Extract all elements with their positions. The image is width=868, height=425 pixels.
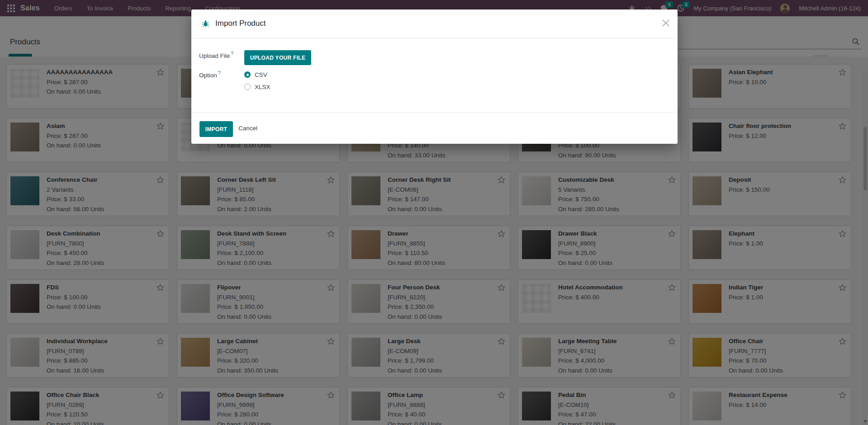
import-button[interactable]: IMPORT: [199, 121, 233, 137]
help-question-icon[interactable]: ?: [231, 51, 233, 56]
close-icon[interactable]: [660, 18, 671, 28]
dialog-footer: IMPORT Cancel: [191, 112, 678, 144]
upload-file-label-text: Upload File: [199, 52, 230, 59]
radio-selected-icon[interactable]: [244, 71, 251, 78]
radio-unselected-icon[interactable]: [244, 84, 251, 90]
dialog-header: Import Product: [191, 9, 678, 38]
debug-bug-icon[interactable]: [202, 20, 209, 29]
radio-label: XLSX: [255, 84, 270, 90]
upload-file-label: Upload File?: [199, 51, 233, 59]
upload-your-file-button[interactable]: UPLOAD YOUR FILE: [244, 50, 311, 65]
option-radio-xlsx[interactable]: XLSX: [244, 83, 270, 90]
dialog-title: Import Product: [215, 19, 266, 28]
cancel-button[interactable]: Cancel: [238, 125, 257, 132]
help-question-icon[interactable]: ?: [218, 71, 221, 76]
import-product-dialog: Import Product Upload File? UPLOAD YOUR …: [191, 9, 678, 144]
radio-label: CSV: [255, 71, 267, 78]
option-label-text: Option: [199, 72, 217, 79]
option-radio-csv[interactable]: CSV: [244, 71, 267, 78]
option-label: Option?: [199, 71, 220, 79]
